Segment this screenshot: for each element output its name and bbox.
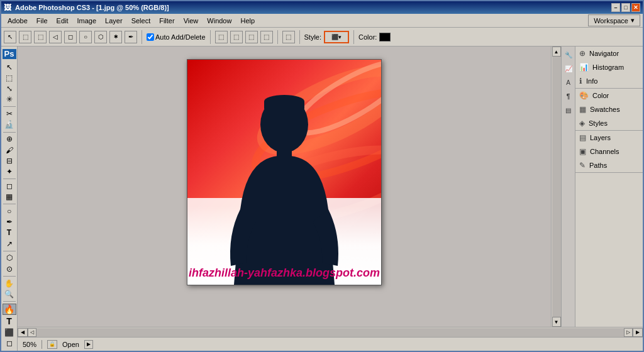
menu-file[interactable]: File xyxy=(33,16,52,26)
status-expand-button[interactable]: ▶ xyxy=(84,340,93,349)
color-label: Color: xyxy=(358,33,377,41)
tool-text2[interactable]: T xyxy=(3,316,16,327)
tool-options-2[interactable]: ⬚ xyxy=(19,31,31,43)
tool-extra[interactable]: ◻ xyxy=(3,338,16,348)
panel-icon-2[interactable]: 📈 xyxy=(563,63,574,74)
panel-item-paths[interactable]: ✎ Paths xyxy=(575,158,643,172)
navigator-icon: ⊕ xyxy=(579,49,586,58)
combine-shape-1[interactable]: ⬚ xyxy=(215,31,228,43)
tool-options-1[interactable]: ↖ xyxy=(4,31,16,43)
panel-icon-4[interactable]: ¶ xyxy=(563,91,574,102)
center-panel: ihfazhillah-yahfazhka.blogspot.com ▲ ▼ 🔧… xyxy=(18,47,643,351)
menu-help[interactable]: Help xyxy=(236,16,258,26)
styles-label: Styles xyxy=(589,119,608,127)
workspace-chevron-icon: ▾ xyxy=(631,16,635,25)
layers-icon: ▤ xyxy=(579,133,586,142)
tool-dodge[interactable]: ○ xyxy=(3,206,16,216)
tool-zoom[interactable]: 🔍 xyxy=(3,289,16,299)
panel-icon-5[interactable]: ▤ xyxy=(563,104,574,116)
tool-healing[interactable]: ⊕ xyxy=(3,134,16,144)
auto-add-delete-label: Auto Add/Delete xyxy=(155,33,206,41)
app-minimize-button[interactable]: – xyxy=(611,3,620,12)
menu-adobe[interactable]: Adobe xyxy=(4,16,31,26)
style-selector[interactable]: ⬛▾ xyxy=(324,31,349,43)
panel-item-histogram[interactable]: 📊 Histogram xyxy=(575,60,643,74)
tool-options-3[interactable]: ⬚ xyxy=(34,31,47,43)
options-extra[interactable]: ⬚ xyxy=(282,31,295,43)
panel-item-color[interactable]: 🎨 Color xyxy=(575,89,643,102)
menu-view[interactable]: View xyxy=(180,16,203,26)
scroll-down-button[interactable]: ▼ xyxy=(552,317,561,327)
menu-image[interactable]: Image xyxy=(74,16,101,26)
status-icon[interactable]: 🔒 xyxy=(47,340,57,349)
panel-item-info[interactable]: ℹ Info xyxy=(575,74,643,88)
scroll-left-button[interactable]: ◀ xyxy=(18,328,28,337)
tool-eraser[interactable]: ◻ xyxy=(3,181,16,191)
tool-type[interactable]: T xyxy=(3,228,16,238)
paths-icon: ✎ xyxy=(579,161,586,170)
menu-edit[interactable]: Edit xyxy=(53,16,72,26)
content-area: Ps ↖ ⬚ ⤡ ✳ ✂ 🔬 ⊕ 🖌 ⊟ ✦ ◻ ▦ ○ ✒ T ↗ ⬡ ⊙ ✋ xyxy=(1,47,643,351)
swatches-icon: ▦ xyxy=(579,105,586,114)
tool-magic-wand[interactable]: ✳ xyxy=(3,94,16,104)
combine-shape-4[interactable]: ⬚ xyxy=(260,31,273,43)
tool-3d-rotate[interactable]: ⊙ xyxy=(3,264,16,274)
title-bar-buttons: – □ ✕ xyxy=(611,3,640,12)
scroll-up-button[interactable]: ▲ xyxy=(552,47,561,57)
scroll-to-end-button[interactable]: ▷ xyxy=(624,328,633,337)
swatches-label: Swatches xyxy=(590,106,620,113)
canvas: ihfazhillah-yahfazhka.blogspot.com xyxy=(187,59,382,285)
tool-burn[interactable]: 🔥 xyxy=(3,304,16,315)
tool-hand[interactable]: ✋ xyxy=(3,278,16,289)
panel-icon-3[interactable]: A xyxy=(563,77,574,88)
tool-pen[interactable]: ✒ xyxy=(3,217,16,227)
tool-navigate[interactable]: ⬛ xyxy=(3,327,16,338)
panel-item-channels[interactable]: ▣ Channels xyxy=(575,145,643,158)
workspace-button[interactable]: Workspace ▾ xyxy=(588,14,640,26)
app-logo: 🖼 xyxy=(4,3,11,12)
panel-item-layers[interactable]: ▤ Layers xyxy=(575,131,643,145)
tool-options-5[interactable]: ◻ xyxy=(64,31,77,43)
panel-item-navigator[interactable]: ⊕ Navigator xyxy=(575,47,643,60)
tool-history[interactable]: ✦ xyxy=(3,167,16,177)
tool-options-6[interactable]: ○ xyxy=(79,31,92,43)
app-maximize-button[interactable]: □ xyxy=(621,3,630,12)
app-close-button[interactable]: ✕ xyxy=(631,3,640,12)
tool-options-4[interactable]: ◁ xyxy=(49,31,62,43)
scroll-track[interactable] xyxy=(552,57,561,317)
combine-shape-2[interactable]: ⬚ xyxy=(230,31,243,43)
tool-clone[interactable]: ⊟ xyxy=(3,156,16,166)
auto-add-delete-checkbox[interactable]: Auto Add/Delete xyxy=(147,33,206,41)
tool-shape[interactable]: ⬡ xyxy=(3,253,16,263)
panel-item-swatches[interactable]: ▦ Swatches xyxy=(575,102,643,116)
tool-path-select[interactable]: ↗ xyxy=(3,238,16,248)
menu-filter[interactable]: Filter xyxy=(155,16,178,26)
combine-shape-3[interactable]: ⬚ xyxy=(245,31,258,43)
canvas-area: ihfazhillah-yahfazhka.blogspot.com xyxy=(18,47,551,327)
panel-item-styles[interactable]: ◈ Styles xyxy=(575,116,643,130)
tool-marquee[interactable]: ⬚ xyxy=(3,73,16,83)
info-label: Info xyxy=(586,77,597,85)
horizontal-scrollbar: ◀ ◁ ▷ ▶ xyxy=(18,327,643,337)
right-scrollbar: ▲ ▼ xyxy=(551,47,561,327)
panel-group-color: 🎨 Color ▦ Swatches ◈ Styles xyxy=(575,89,643,131)
menu-select[interactable]: Select xyxy=(128,16,155,26)
path-options-icon[interactable]: ✒ xyxy=(125,31,137,43)
tool-brush[interactable]: 🖌 xyxy=(3,145,16,155)
tool-options-7[interactable]: ⬡ xyxy=(94,31,107,43)
center-row: ihfazhillah-yahfazhka.blogspot.com ▲ ▼ 🔧… xyxy=(18,47,643,327)
tool-gradient[interactable]: ▦ xyxy=(3,192,16,202)
horizontal-scroll-track[interactable] xyxy=(36,328,624,337)
tool-crop[interactable]: ✂ xyxy=(3,109,16,119)
tool-move[interactable]: ↖ xyxy=(3,62,16,72)
tool-lasso[interactable]: ⤡ xyxy=(3,84,16,94)
tool-options-8[interactable]: ✱ xyxy=(109,31,122,43)
tool-eyedropper[interactable]: 🔬 xyxy=(3,119,16,129)
scroll-right-button[interactable]: ▶ xyxy=(633,328,643,337)
scroll-to-start-button[interactable]: ◁ xyxy=(28,328,36,337)
panel-icon-1[interactable]: 🔧 xyxy=(563,49,574,60)
menu-window[interactable]: Window xyxy=(203,16,235,26)
menu-layer[interactable]: Layer xyxy=(101,16,126,26)
panel-group-navigator: ⊕ Navigator 📊 Histogram ℹ Info xyxy=(575,47,643,89)
color-picker[interactable] xyxy=(379,33,391,41)
